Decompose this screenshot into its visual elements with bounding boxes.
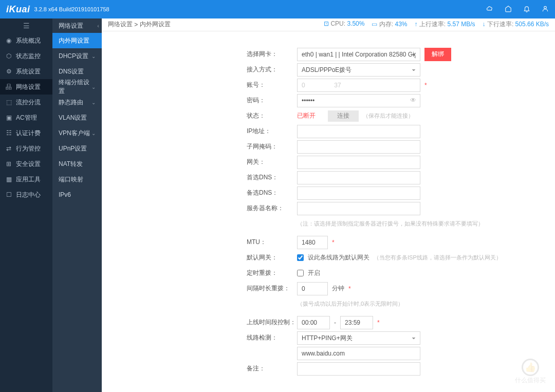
nav1-item-9[interactable]: ▦应用工具 [0, 172, 52, 187]
nav2-item-2[interactable]: DNS设置 [52, 64, 102, 79]
status-value: 已断开 [297, 111, 324, 120]
dns1-label: 首选DNS： [102, 173, 297, 182]
tools-icon: ▦ [5, 176, 12, 183]
account-input[interactable] [297, 79, 420, 92]
interval-hint: （拨号成功以后开始计时,0表示无限时间） [297, 300, 403, 308]
watermark: 👍 什么值得买 [515, 359, 546, 385]
interval-unit: 分钟 [332, 284, 344, 293]
nav2-item-1[interactable]: DHCP设置⌄ [52, 48, 102, 64]
form-area: 选择网卡： eth0 | wan1 | | Intel Corporation … [102, 31, 555, 392]
log-icon: ☐ [5, 191, 12, 198]
bell-icon[interactable] [523, 5, 530, 14]
nav2-item-5[interactable]: VLAN设置 [52, 110, 102, 125]
server-hint: （注：该选择是强制指定服务器进行拨号，如果没有特殊要求请不要填写） [297, 220, 484, 228]
gear-icon: ⚙ [5, 68, 12, 75]
ac-icon: ▣ [5, 114, 12, 121]
breadcrumb-bar: 网络设置 > 内外网设置 ⊡ CPU: 3.50% ▭ 内存: 43% ↑ 上行… [102, 18, 555, 31]
online-to-input[interactable] [340, 316, 373, 329]
flow-icon: ⬚ [5, 99, 12, 106]
nav2-item-4[interactable]: 静态路由⌄ [52, 95, 102, 110]
svg-point-0 [544, 6, 547, 9]
security-icon: ⊞ [5, 160, 12, 167]
user-icon[interactable] [542, 5, 549, 14]
dns1-input[interactable] [297, 171, 420, 184]
nav2-item-10[interactable]: IPv6 [52, 187, 102, 202]
ip-label: IP地址： [102, 127, 297, 136]
online-from-input[interactable] [297, 316, 330, 329]
server-label: 服务器名称： [102, 204, 297, 213]
monitor-icon: ⬡ [5, 52, 12, 60]
defgw-label: 默认网关： [102, 253, 297, 262]
password-label: 密码： [102, 96, 297, 105]
access-select[interactable]: ADSL/PPPoE拨号 [297, 63, 420, 77]
nav1-item-3[interactable]: 品网络设置 [0, 79, 52, 95]
access-label: 接入方式： [102, 65, 297, 74]
status-hint: （保存后才能连接） [363, 112, 414, 120]
nav2-item-9[interactable]: 端口映射 [52, 172, 102, 187]
status-label: 状态： [102, 111, 297, 120]
connect-button[interactable]: 连接 [328, 110, 359, 122]
nav1-item-5[interactable]: ▣AC管理 [0, 110, 52, 125]
password-input[interactable] [297, 94, 420, 107]
nav-toggle-icon[interactable]: ☰ [0, 18, 52, 33]
gateway-label: 网关： [102, 158, 297, 166]
nic-label: 选择网卡： [102, 50, 297, 59]
stats-bar: ⊡ CPU: 3.50% ▭ 内存: 43% ↑ 上行速率: 5.57 MB/s… [324, 20, 549, 29]
redial-text: 开启 [308, 269, 320, 277]
topbar-icons [486, 5, 549, 14]
breadcrumb-a[interactable]: 网络设置 [108, 20, 133, 29]
nav1-item-7[interactable]: ⇄行为管控 [0, 141, 52, 156]
server-input[interactable] [297, 202, 420, 215]
nav1-item-4[interactable]: ⬚流控分流 [0, 95, 52, 110]
cloud-icon[interactable] [486, 5, 493, 14]
interval-input[interactable] [297, 282, 328, 295]
nav1-item-6[interactable]: ☷认证计费 [0, 125, 52, 141]
account-label: 账号： [102, 81, 297, 89]
secondary-nav: 网络设置 ‹ 内外网设置DHCP设置⌄DNS设置终端分组设置⌄静态路由⌄VLAN… [52, 18, 102, 392]
mtu-input[interactable] [297, 236, 328, 249]
redial-label: 定时重拨： [102, 269, 297, 277]
nav2-item-8[interactable]: NAT转发 [52, 156, 102, 172]
interval-label: 间隔时长重拨： [102, 284, 297, 293]
detect-select[interactable]: HTTP+PING+网关 [297, 331, 420, 345]
nav2-item-3[interactable]: 终端分组设置⌄ [52, 79, 102, 95]
gateway-input[interactable] [297, 156, 420, 169]
stat-mem: ▭ 内存: 43% [372, 20, 407, 29]
detect-host-input[interactable] [297, 347, 420, 360]
dns2-input[interactable] [297, 186, 420, 200]
redial-checkbox[interactable] [297, 270, 304, 276]
defgw-text: 设此条线路为默认网关 [308, 253, 369, 262]
chevron-down-icon: ⌄ [91, 130, 96, 136]
auth-icon: ☷ [5, 129, 12, 137]
nav1-item-8[interactable]: ⊞安全设置 [0, 156, 52, 172]
unbind-button[interactable]: 解绑 [424, 48, 451, 61]
stat-up: ↑ 上行速率: 5.57 MB/s [415, 20, 475, 29]
detect-label: 线路检测： [102, 333, 297, 342]
nic-select[interactable]: eth0 | wan1 | | Intel Corporation 82580 … [297, 48, 420, 61]
collapse-icon[interactable]: ‹ [95, 18, 102, 33]
nav1-item-1[interactable]: ⬡状态监控 [0, 48, 52, 64]
mask-label: 子网掩码： [102, 142, 297, 151]
nav2-item-6[interactable]: VPN客户端⌄ [52, 125, 102, 141]
logo: iKuai [6, 4, 30, 15]
nav2-item-0[interactable]: 内外网设置 [52, 33, 102, 48]
topbar: iKuai 3.2.8 x64 Build201910101758 [0, 0, 555, 18]
chevron-down-icon: ⌄ [91, 53, 96, 59]
chevron-down-icon: ⌄ [91, 100, 96, 105]
nav2-item-7[interactable]: UPnP设置 [52, 141, 102, 156]
dashboard-icon: ◉ [5, 37, 12, 44]
online-label: 上线时间段控制： [102, 318, 297, 327]
nav1-item-0[interactable]: ◉系统概况 [0, 33, 52, 48]
mask-input[interactable] [297, 140, 420, 154]
stat-down: ↓ 下行速率: 505.66 KB/s [483, 20, 549, 29]
primary-nav: ☰ ◉系统概况⬡状态监控⚙系统设置品网络设置⬚流控分流▣AC管理☷认证计费⇄行为… [0, 18, 52, 392]
ip-input[interactable] [297, 125, 420, 138]
defgw-checkbox[interactable] [297, 254, 304, 261]
home-icon[interactable] [505, 5, 512, 14]
breadcrumb-b: 内外网设置 [140, 20, 171, 29]
nav1-item-2[interactable]: ⚙系统设置 [0, 64, 52, 79]
nav1-item-10[interactable]: ☐日志中心 [0, 187, 52, 202]
chevron-down-icon: ⌄ [91, 84, 96, 90]
remark-input[interactable] [297, 362, 420, 376]
mtu-label: MTU： [102, 238, 297, 247]
